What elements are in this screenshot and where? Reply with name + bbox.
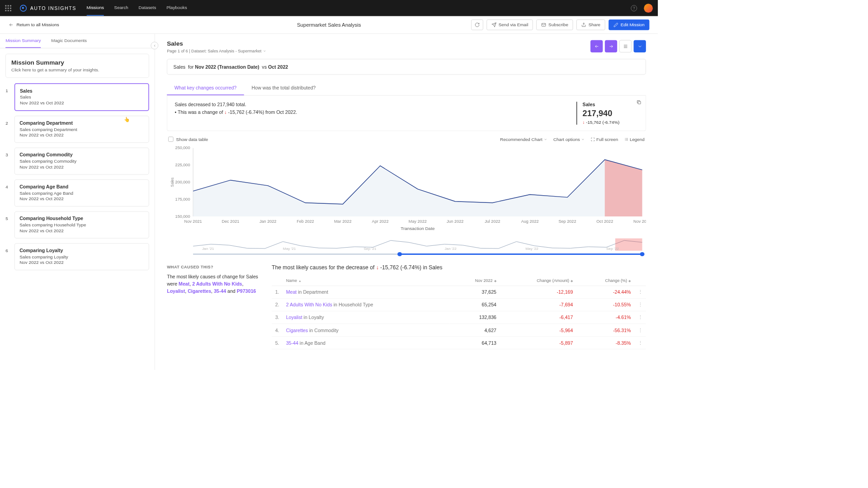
svg-text:Sep 2022: Sep 2022 <box>558 219 576 224</box>
svg-text:May 2022: May 2022 <box>409 219 427 224</box>
legend-button[interactable]: Legend <box>624 136 645 141</box>
prev-page-button[interactable] <box>590 40 603 52</box>
table-row[interactable]: 5. 35-44 in Age Band 64,713 -5,897 -8.35… <box>272 337 646 349</box>
copy-icon <box>637 100 642 105</box>
list-icon <box>623 44 628 49</box>
list-view-button[interactable] <box>619 40 632 52</box>
svg-text:Sales: Sales <box>170 177 175 187</box>
copy-button[interactable] <box>637 100 642 106</box>
nav-datasets[interactable]: Datasets <box>139 0 156 16</box>
return-link[interactable]: Return to all Missions <box>9 22 59 27</box>
svg-point-26 <box>640 252 645 256</box>
edit-icon <box>613 22 618 27</box>
insight-card-2[interactable]: Comparing Commodity Sales comparing Comm… <box>14 148 149 175</box>
legend-icon <box>624 137 628 141</box>
col-nov[interactable]: Nov 2022◆ <box>450 275 500 286</box>
show-table-checkbox[interactable] <box>168 136 173 141</box>
summary-box[interactable]: Mission Summary Click here to get a summ… <box>5 54 149 78</box>
arrow-left-icon <box>9 22 14 27</box>
collapse-sidebar-button[interactable] <box>151 42 159 49</box>
nav-playbooks[interactable]: Playbooks <box>166 0 187 16</box>
insight-card-1[interactable]: Comparing Department Sales comparing Dep… <box>14 116 149 143</box>
filter-bar[interactable]: Sales for Nov 2022 (Transaction Date) vs… <box>167 59 646 75</box>
svg-text:Jan 2022: Jan 2022 <box>259 219 277 224</box>
table-row[interactable]: 3. Loyalist in Loyalty 132,836 -6,417 -4… <box>272 311 646 324</box>
share-icon <box>581 22 586 27</box>
mail-icon <box>541 22 546 27</box>
refresh-button[interactable] <box>471 19 483 30</box>
next-page-button[interactable] <box>605 40 617 52</box>
insight-list: 1 Sales Sales Nov 2022 vs Oct 2022 👆 2 C… <box>0 83 155 270</box>
nav-missions[interactable]: Missions <box>87 0 104 16</box>
col-pct[interactable]: Change (%)◆ <box>576 275 634 286</box>
svg-text:Sep '22: Sep '22 <box>606 247 619 251</box>
insight-card-3[interactable]: Comparing Age Band Sales comparing Age B… <box>14 179 149 206</box>
timeline-scrubber[interactable]: Jan '21May '21Sep '21Jan '22May '22Sep '… <box>167 237 646 258</box>
mission-title: Supermarket Sales Analysis <box>297 22 361 28</box>
sidebar: Mission Summary Magic Documents Mission … <box>0 34 155 370</box>
svg-text:Nov 2022: Nov 2022 <box>633 219 646 224</box>
svg-text:Transaction Date: Transaction Date <box>401 226 434 231</box>
brand-name: AUTO INSIGHTS <box>30 5 76 11</box>
svg-text:May '21: May '21 <box>283 247 296 251</box>
col-name[interactable]: Name▲ <box>283 275 450 286</box>
svg-text:Feb 2022: Feb 2022 <box>297 219 314 224</box>
refresh-icon <box>475 22 480 27</box>
help-icon[interactable]: ? <box>631 5 637 11</box>
table-row[interactable]: 4. Cigarettes in Commodity 4,627 -5,964 … <box>272 324 646 337</box>
edit-mission-button[interactable]: Edit Mission <box>609 19 649 30</box>
subscribe-button[interactable]: Subscribe <box>537 19 573 30</box>
main-chart[interactable]: 150,000175,000200,000225,000250,000Sales… <box>167 145 646 234</box>
row-menu-button[interactable]: ⋮ <box>634 311 646 324</box>
avatar[interactable] <box>644 4 653 13</box>
share-button[interactable]: Share <box>576 19 605 30</box>
chart-controls: Show data table Recommended Chart Chart … <box>167 134 646 144</box>
expand-button[interactable] <box>634 40 646 52</box>
table-row[interactable]: 1. Meat in Department 37,625 -12,169 -24… <box>272 286 646 299</box>
insight-line: Sales decreased to 217,940 total. <box>175 102 297 107</box>
nav-search[interactable]: Search <box>114 0 128 16</box>
fullscreen-button[interactable]: Full screen <box>591 136 618 141</box>
col-amount[interactable]: Change (Amount)◆ <box>500 275 576 286</box>
down-arrow-icon: ↓ <box>583 120 586 125</box>
recommended-chart-dropdown[interactable]: Recommended Chart <box>500 136 547 141</box>
chevron-down-icon[interactable] <box>263 49 266 53</box>
kpi-label: Sales <box>583 102 638 107</box>
apps-icon[interactable] <box>5 5 11 11</box>
summary-title: Mission Summary <box>11 59 143 66</box>
row-menu-button[interactable]: ⋮ <box>634 299 646 311</box>
insight-panel: Sales decreased to 217,940 total. • This… <box>167 95 646 131</box>
row-menu-button[interactable]: ⋮ <box>634 286 646 299</box>
row-menu-button[interactable]: ⋮ <box>634 337 646 349</box>
insight-card-5[interactable]: Comparing Loyalty Sales comparing Loyalt… <box>14 243 149 270</box>
chevron-down-icon <box>637 44 642 49</box>
row-menu-button[interactable]: ⋮ <box>634 324 646 337</box>
causes-heading: WHAT CAUSED THIS? <box>167 264 263 269</box>
logo-icon <box>20 5 27 11</box>
svg-rect-27 <box>615 239 642 251</box>
send-email-button[interactable]: Send via Email <box>486 19 533 30</box>
chart-options-dropdown[interactable]: Chart options <box>553 136 585 141</box>
qtab-key-changes[interactable]: What key changes occurred? <box>167 81 244 95</box>
chevron-left-icon <box>153 44 156 47</box>
insight-card-4[interactable]: Comparing Household Type Sales comparing… <box>14 211 149 239</box>
svg-text:Oct 2022: Oct 2022 <box>596 219 613 224</box>
insight-card-0[interactable]: Sales Sales Nov 2022 vs Oct 2022 👆 <box>14 83 149 111</box>
causes-intro: The most likely causes of change for Sal… <box>167 273 263 295</box>
causes-table: Name▲ Nov 2022◆ Change (Amount)◆ Change … <box>272 275 646 349</box>
svg-text:225,000: 225,000 <box>175 163 190 168</box>
causes-table-title: The most likely causes for the decrease … <box>272 264 646 271</box>
kpi-change: -15,762 (-6.74%) <box>586 120 619 125</box>
table-row[interactable]: 2. 2 Adults With No Kids in Household Ty… <box>272 299 646 311</box>
svg-text:Sep '21: Sep '21 <box>364 247 377 251</box>
svg-text:Aug 2022: Aug 2022 <box>521 219 539 224</box>
summary-sub: Click here to get a summary of your insi… <box>11 67 143 72</box>
return-label: Return to all Missions <box>16 22 59 27</box>
svg-point-25 <box>397 252 402 256</box>
page-title: Sales <box>167 40 266 47</box>
topbar: AUTO INSIGHTS Missions Search Datasets P… <box>0 0 658 16</box>
tab-magic-documents[interactable]: Magic Documents <box>51 34 87 48</box>
tab-mission-summary[interactable]: Mission Summary <box>5 34 41 48</box>
svg-text:Jun 2022: Jun 2022 <box>447 219 464 224</box>
qtab-distribution[interactable]: How was the total distributed? <box>244 81 323 95</box>
